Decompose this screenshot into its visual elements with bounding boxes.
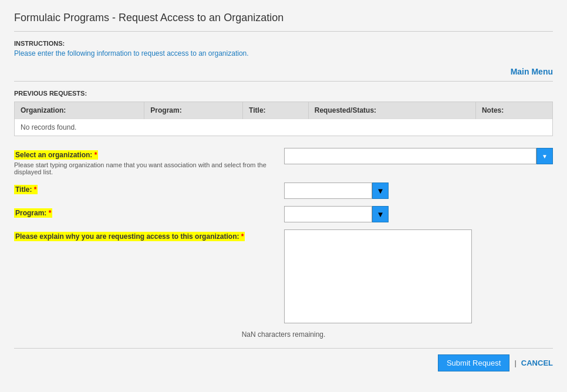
select-org-label-col: Select an organization: * Please start t…	[14, 148, 284, 175]
pipe-separator: |	[514, 359, 516, 367]
org-input-container: ▼	[284, 148, 553, 164]
title-divider	[14, 31, 553, 32]
select-org-helper: Please start typing organization name th…	[14, 161, 278, 175]
title-required: *	[34, 185, 37, 194]
form-section: Select an organization: * Please start t…	[14, 148, 553, 339]
title-label-col: Title: *	[14, 183, 284, 194]
program-label: Program: *	[14, 208, 52, 218]
explain-row: Please explain why you are requesting ac…	[14, 229, 553, 323]
previous-requests-table: Organization: Program: Title: Requested/…	[15, 102, 552, 136]
program-field-col: ▼	[284, 206, 553, 222]
title-field-col: ▼	[284, 183, 553, 199]
select-org-required: *	[95, 151, 97, 159]
program-label-col: Program: *	[14, 206, 284, 217]
title-dropdown-button[interactable]: ▼	[372, 183, 389, 199]
instructions-section: INSTRUCTIONS: Please enter the following…	[14, 40, 553, 58]
title-chevron-down-icon: ▼	[376, 187, 384, 195]
cancel-link[interactable]: CANCEL	[521, 359, 553, 367]
col-organization: Organization:	[15, 102, 144, 119]
title-select[interactable]	[284, 183, 372, 199]
instructions-text: Please enter the following information t…	[14, 49, 553, 58]
submit-request-button[interactable]: Submit Request	[438, 354, 510, 371]
explain-label: Please explain why you are requesting ac…	[14, 232, 245, 241]
main-menu-link[interactable]: Main Menu	[511, 67, 553, 76]
org-search-input[interactable]	[284, 148, 536, 164]
program-row: Program: * ▼	[14, 206, 553, 222]
empty-message: No records found.	[15, 119, 552, 136]
page-container: Formulaic Programs - Request Access to a…	[0, 0, 567, 392]
main-menu-row: Main Menu	[14, 67, 553, 76]
page-title: Formulaic Programs - Request Access to a…	[14, 12, 553, 24]
previous-requests-label: PREVIOUS REQUESTS:	[14, 90, 553, 97]
program-select[interactable]	[284, 206, 372, 222]
select-org-row: Select an organization: * Please start t…	[14, 148, 553, 175]
title-row: Title: * ▼	[14, 183, 553, 199]
col-requested-status: Requested/Status:	[308, 102, 475, 119]
select-org-field-col: ▼	[284, 148, 553, 164]
explanation-textarea[interactable]	[284, 229, 472, 323]
org-dropdown-button[interactable]: ▼	[536, 148, 553, 164]
program-chevron-down-icon: ▼	[376, 210, 384, 219]
title-select-container: ▼	[284, 183, 553, 199]
title-label: Title: *	[14, 185, 38, 194]
explain-field-col	[284, 229, 553, 323]
table-header: Organization: Program: Title: Requested/…	[15, 102, 552, 119]
previous-requests-table-container: Organization: Program: Title: Requested/…	[14, 102, 553, 136]
col-program: Program:	[144, 102, 243, 119]
table-row-empty: No records found.	[15, 119, 552, 136]
program-required: *	[49, 209, 52, 217]
select-org-label: Select an organization: *	[14, 150, 98, 160]
section-divider	[14, 81, 553, 82]
explain-label-col: Please explain why you are requesting ac…	[14, 229, 284, 241]
chars-remaining: NaN characters remaining.	[14, 330, 553, 339]
program-dropdown-button[interactable]: ▼	[372, 206, 389, 222]
table-body: No records found.	[15, 119, 552, 136]
footer-row: Submit Request | CANCEL	[14, 348, 553, 371]
col-title: Title:	[243, 102, 309, 119]
explain-required: *	[241, 232, 244, 241]
org-chevron-down-icon: ▼	[542, 153, 548, 160]
program-select-container: ▼	[284, 206, 553, 222]
instructions-label: INSTRUCTIONS:	[14, 40, 553, 47]
col-notes: Notes:	[475, 102, 552, 119]
